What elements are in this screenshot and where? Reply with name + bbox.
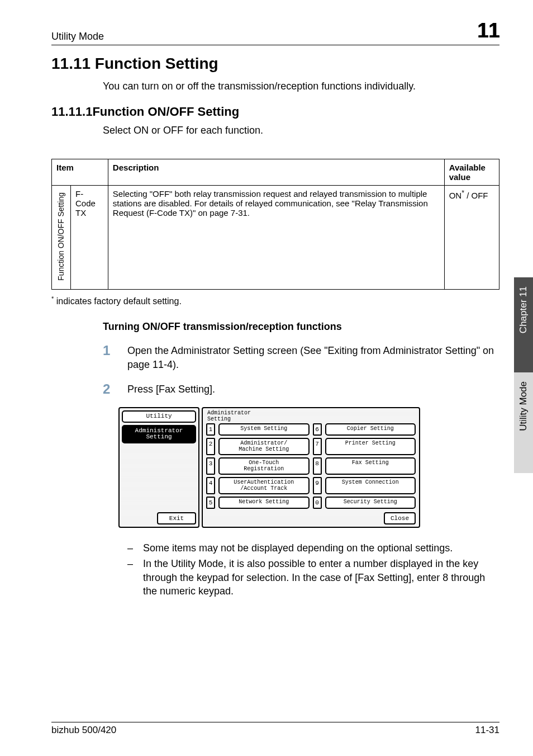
page-footer: bizhub 500/420 11-31 [51,725,499,736]
side-tab-chapter-label: Chapter 11 [518,286,529,333]
side-tab-mode-label: Utility Mode [518,381,529,431]
side-tab-mode: Utility Mode [514,372,533,473]
footer-product: bizhub 500/420 [51,725,116,736]
side-tab-chapter: Chapter 11 [514,277,533,372]
page-border [51,0,499,722]
footer-page-number: 11-31 [475,725,499,736]
